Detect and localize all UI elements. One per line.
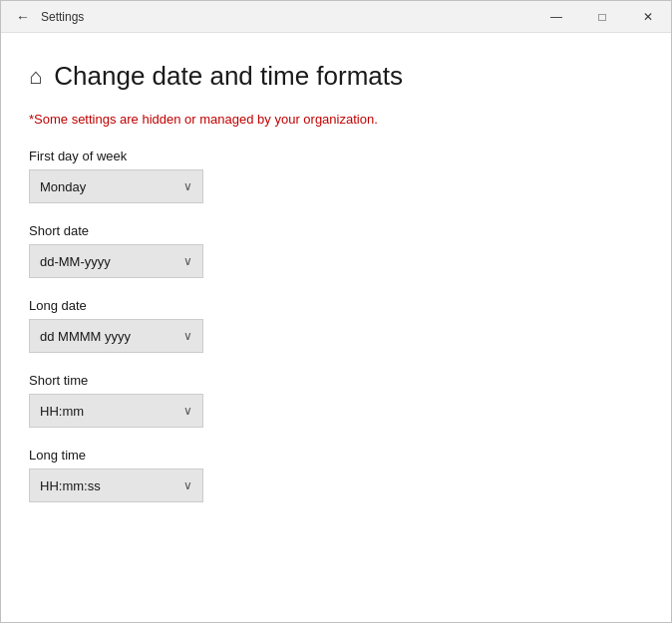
maximize-button[interactable]: □ — [579, 1, 625, 33]
setting-group-short-date: Short date dd-MM-yyyy ∨ — [29, 223, 639, 278]
first-day-dropdown[interactable]: Monday ∨ — [29, 169, 203, 203]
minimize-button[interactable]: — — [533, 1, 579, 33]
short-date-dropdown[interactable]: dd-MM-yyyy ∨ — [29, 244, 203, 278]
setting-label-short-time: Short time — [29, 373, 639, 388]
short-time-dropdown[interactable]: HH:mm ∨ — [29, 394, 203, 428]
page-header: ⌂ Change date and time formats — [29, 61, 639, 92]
long-time-dropdown[interactable]: HH:mm:ss ∨ — [29, 468, 203, 502]
content-area: ⌂ Change date and time formats *Some set… — [1, 33, 671, 622]
long-date-value: dd MMMM yyyy — [40, 329, 131, 344]
long-date-dropdown[interactable]: dd MMMM yyyy ∨ — [29, 319, 203, 353]
setting-group-long-date: Long date dd MMMM yyyy ∨ — [29, 298, 639, 353]
long-time-value: HH:mm:ss — [40, 478, 101, 493]
short-date-chevron: ∨ — [183, 254, 192, 268]
long-date-chevron: ∨ — [183, 329, 192, 343]
short-time-value: HH:mm — [40, 404, 84, 419]
setting-group-first-day: First day of week Monday ∨ — [29, 149, 639, 203]
window-controls: — □ ✕ — [533, 1, 671, 32]
first-day-chevron: ∨ — [183, 179, 192, 193]
close-button[interactable]: ✕ — [625, 1, 671, 33]
short-date-value: dd-MM-yyyy — [40, 254, 111, 269]
title-bar: ← Settings — □ ✕ — [1, 1, 671, 33]
short-time-chevron: ∨ — [183, 404, 192, 418]
first-day-value: Monday — [40, 179, 86, 194]
setting-group-short-time: Short time HH:mm ∨ — [29, 373, 639, 428]
warning-message: *Some settings are hidden or managed by … — [29, 112, 639, 127]
back-button[interactable]: ← — [9, 3, 37, 31]
setting-label-first-day: First day of week — [29, 149, 639, 163]
setting-label-long-time: Long time — [29, 448, 639, 463]
window-title: Settings — [41, 10, 533, 24]
settings-window: ← Settings — □ ✕ ⌂ Change date and time … — [0, 0, 672, 623]
home-icon: ⌂ — [29, 64, 42, 90]
setting-label-short-date: Short date — [29, 223, 639, 238]
long-time-chevron: ∨ — [183, 478, 192, 492]
setting-label-long-date: Long date — [29, 298, 639, 313]
setting-group-long-time: Long time HH:mm:ss ∨ — [29, 448, 639, 502]
page-title: Change date and time formats — [54, 61, 403, 92]
